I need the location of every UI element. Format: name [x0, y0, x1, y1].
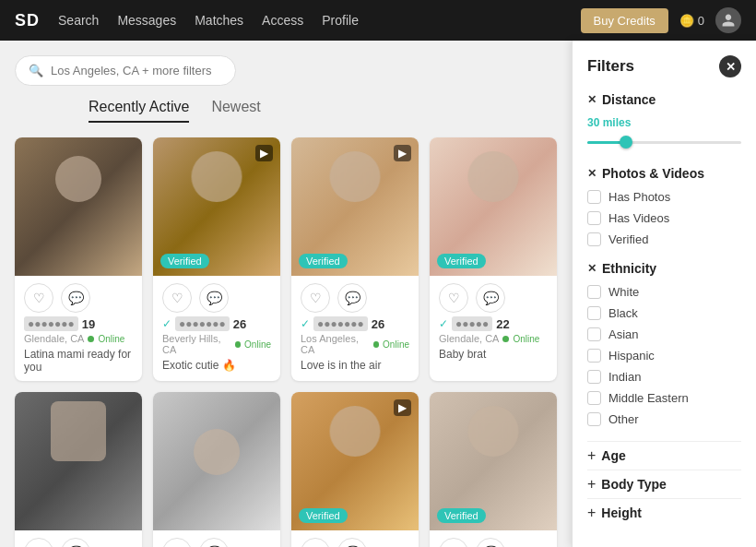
verified-dot: ✓	[439, 317, 448, 330]
distance-remove-icon[interactable]: ✕	[587, 93, 597, 106]
card-image[interactable]	[15, 137, 142, 276]
has-photos-option[interactable]: Has Photos	[587, 190, 741, 204]
tab-recently-active[interactable]: Recently Active	[89, 99, 189, 123]
like-button[interactable]: ♡	[162, 283, 192, 313]
verified-badge: Verified	[299, 508, 348, 523]
card-age: 19	[82, 317, 95, 331]
verified-badge: Verified	[299, 254, 348, 268]
verified-checkbox[interactable]	[587, 232, 601, 246]
indian-option[interactable]: Indian	[587, 370, 741, 384]
credits-display: 🪙 0	[679, 14, 704, 28]
black-label: Black	[608, 306, 638, 320]
online-indicator	[235, 341, 241, 348]
like-button[interactable]: ♡	[439, 538, 468, 547]
asian-option[interactable]: Asian	[587, 327, 741, 341]
list-item: ▶ Verified ♡ 💬 ✓ ●●●●●●● 26 Los Angeles,…	[291, 137, 419, 381]
middle-eastern-option[interactable]: Middle Eastern	[587, 391, 741, 405]
nav-search[interactable]: Search	[58, 13, 99, 28]
white-label: White	[608, 285, 639, 299]
black-checkbox[interactable]	[587, 306, 601, 320]
nav-profile[interactable]: Profile	[322, 13, 359, 28]
card-image[interactable]	[153, 392, 280, 530]
asian-checkbox[interactable]	[587, 327, 601, 341]
card-bio: Exotic cutie 🔥	[162, 359, 271, 372]
hispanic-label: Hispanic	[608, 349, 655, 363]
card-actions: ♡ 💬	[15, 530, 142, 547]
search-input[interactable]	[51, 64, 222, 77]
online-label: Online	[513, 334, 539, 344]
has-photos-label: Has Photos	[608, 190, 670, 204]
has-videos-checkbox[interactable]	[587, 211, 601, 225]
has-photos-checkbox[interactable]	[587, 190, 601, 204]
white-checkbox[interactable]	[587, 285, 601, 299]
other-checkbox[interactable]	[587, 412, 601, 426]
user-avatar[interactable]	[715, 7, 741, 33]
video-icon: ▶	[394, 399, 411, 416]
credits-count: 0	[698, 14, 704, 28]
nav-messages[interactable]: Messages	[117, 13, 176, 28]
card-info: ✓ ●●●●● 22 Glendale, CA Online Baby brat	[430, 316, 557, 368]
distance-slider[interactable]	[587, 133, 741, 151]
search-bar[interactable]: 🔍	[15, 55, 236, 86]
card-image[interactable]: Verified	[430, 392, 557, 530]
distance-filter: ✕ Distance 30 miles	[587, 92, 741, 151]
card-image[interactable]: ▶ Verified	[291, 392, 419, 530]
card-name-blur: ●●●●●●●	[24, 316, 78, 331]
card-image[interactable]	[15, 392, 142, 530]
message-button[interactable]: 💬	[199, 283, 229, 313]
message-button[interactable]: 💬	[337, 538, 367, 547]
verified-option[interactable]: Verified	[587, 232, 741, 246]
card-info: ✓ ●●●●●●● 26 Los Angeles, CA Online Love…	[291, 316, 419, 379]
nav-access[interactable]: Access	[262, 13, 303, 28]
like-button[interactable]: ♡	[301, 283, 330, 313]
card-actions: ♡ 💬	[291, 276, 419, 316]
tab-newest[interactable]: Newest	[211, 99, 260, 123]
card-image[interactable]: ▶ Verified	[291, 137, 419, 276]
card-image[interactable]: Verified	[430, 137, 557, 276]
has-videos-option[interactable]: Has Videos	[587, 211, 741, 225]
verified-dot: ✓	[162, 317, 171, 330]
message-button[interactable]: 💬	[476, 538, 505, 547]
middle-eastern-label: Middle Eastern	[608, 391, 689, 405]
message-button[interactable]: 💬	[476, 283, 505, 313]
message-button[interactable]: 💬	[199, 538, 229, 547]
white-option[interactable]: White	[587, 285, 741, 299]
card-age: 26	[233, 317, 246, 331]
card-image[interactable]: ▶ Verified	[153, 137, 280, 276]
card-info: ●●●●●●● 19 Glendale, CA Online Latina ma…	[15, 316, 142, 381]
age-filter-collapsed[interactable]: + Age	[587, 441, 741, 470]
hispanic-option[interactable]: Hispanic	[587, 349, 741, 363]
indian-checkbox[interactable]	[587, 370, 601, 384]
buy-credits-button[interactable]: Buy Credits	[581, 8, 668, 33]
card-age: 22	[496, 317, 509, 331]
like-button[interactable]: ♡	[301, 538, 330, 547]
black-option[interactable]: Black	[587, 306, 741, 320]
slider-thumb[interactable]	[620, 136, 632, 149]
close-filters-button[interactable]: ✕	[719, 55, 741, 77]
distance-label: Distance	[602, 92, 656, 107]
ethnicity-remove-icon[interactable]: ✕	[587, 262, 597, 275]
message-button[interactable]: 💬	[61, 283, 90, 313]
distance-value: 30 miles	[587, 116, 741, 129]
other-option[interactable]: Other	[587, 412, 741, 426]
height-filter-collapsed[interactable]: + Height	[587, 498, 741, 527]
nav-matches[interactable]: Matches	[195, 13, 243, 28]
photos-remove-icon[interactable]: ✕	[587, 167, 597, 180]
list-item: ♡ 💬	[153, 392, 280, 547]
hispanic-checkbox[interactable]	[587, 349, 601, 363]
list-item: ▶ Verified ♡ 💬 ✓ ●●●●●●● 26 Beverly Hill…	[153, 137, 280, 381]
card-actions: ♡ 💬	[153, 276, 280, 316]
like-button[interactable]: ♡	[162, 538, 192, 547]
other-label: Other	[608, 412, 639, 426]
search-icon: 🔍	[29, 64, 43, 77]
like-button[interactable]: ♡	[24, 538, 53, 547]
body-type-filter-collapsed[interactable]: + Body Type	[587, 470, 741, 498]
message-button[interactable]: 💬	[61, 538, 90, 547]
like-button[interactable]: ♡	[24, 283, 53, 313]
age-expand-icon: +	[587, 447, 596, 464]
message-button[interactable]: 💬	[337, 283, 367, 313]
like-button[interactable]: ♡	[439, 283, 468, 313]
video-icon: ▶	[255, 145, 273, 161]
photos-videos-filter: ✕ Photos & Videos Has Photos Has Videos …	[587, 166, 741, 246]
middle-eastern-checkbox[interactable]	[587, 391, 601, 405]
